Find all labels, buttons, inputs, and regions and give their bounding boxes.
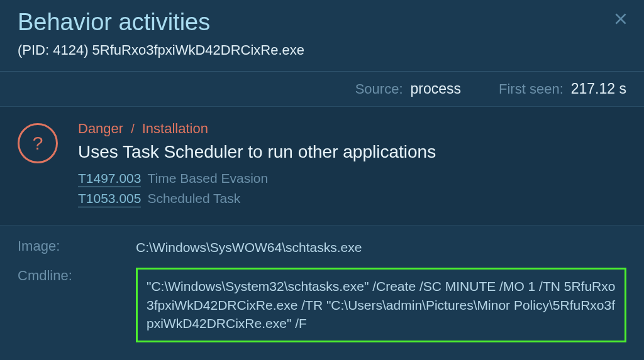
details-section: Image: C:\Windows\SysWOW64\schtasks.exe … xyxy=(0,226,644,360)
close-icon xyxy=(613,11,629,27)
tag-danger: Danger xyxy=(78,121,123,137)
alert-tags: Danger / Installation xyxy=(78,121,626,137)
technique-name: Scheduled Task xyxy=(147,191,240,206)
detail-row-cmdline: Cmdline: "C:\Windows\System32\schtasks.e… xyxy=(18,268,626,342)
detail-row-image: Image: C:\Windows\SysWOW64\schtasks.exe xyxy=(18,238,626,256)
technique-row: T1497.003 Time Based Evasion xyxy=(78,171,626,187)
source-label: Source: xyxy=(355,81,403,97)
meta-first-seen: First seen: 217.12 s xyxy=(499,80,626,97)
meta-row: Source: process First seen: 217.12 s xyxy=(0,72,644,107)
alert-content: Danger / Installation Uses Task Schedule… xyxy=(78,121,626,211)
panel-title: Behavior activities xyxy=(18,9,626,36)
close-button[interactable] xyxy=(610,8,631,34)
cmdline-highlight-box: "C:\Windows\System32\schtasks.exe" /Crea… xyxy=(136,268,626,342)
image-label: Image: xyxy=(18,238,125,254)
meta-source: Source: process xyxy=(355,80,461,97)
cmdline-label: Cmdline: xyxy=(18,268,125,284)
technique-id-link[interactable]: T1497.003 xyxy=(78,171,141,187)
tag-separator: / xyxy=(131,122,135,136)
first-seen-label: First seen: xyxy=(499,81,564,97)
technique-row: T1053.005 Scheduled Task xyxy=(78,191,626,207)
behavior-panel: Behavior activities (PID: 4124) 5RfuRxo3… xyxy=(0,0,644,360)
technique-name: Time Based Evasion xyxy=(147,171,268,186)
technique-id-link[interactable]: T1053.005 xyxy=(78,191,141,207)
image-value: C:\Windows\SysWOW64\schtasks.exe xyxy=(136,238,626,256)
first-seen-value: 217.12 s xyxy=(571,80,626,97)
source-value: process xyxy=(411,80,462,97)
alert-section: ? Danger / Installation Uses Task Schedu… xyxy=(0,107,644,226)
panel-header: Behavior activities (PID: 4124) 5RfuRxo3… xyxy=(0,0,644,72)
tag-installation: Installation xyxy=(142,121,208,137)
cmdline-value: "C:\Windows\System32\schtasks.exe" /Crea… xyxy=(147,277,616,332)
alert-message: Uses Task Scheduler to run other applica… xyxy=(78,142,626,162)
panel-subtitle: (PID: 4124) 5RfuRxo3fpxiWkD42DRCixRe.exe xyxy=(18,42,626,58)
question-icon: ? xyxy=(18,123,58,163)
